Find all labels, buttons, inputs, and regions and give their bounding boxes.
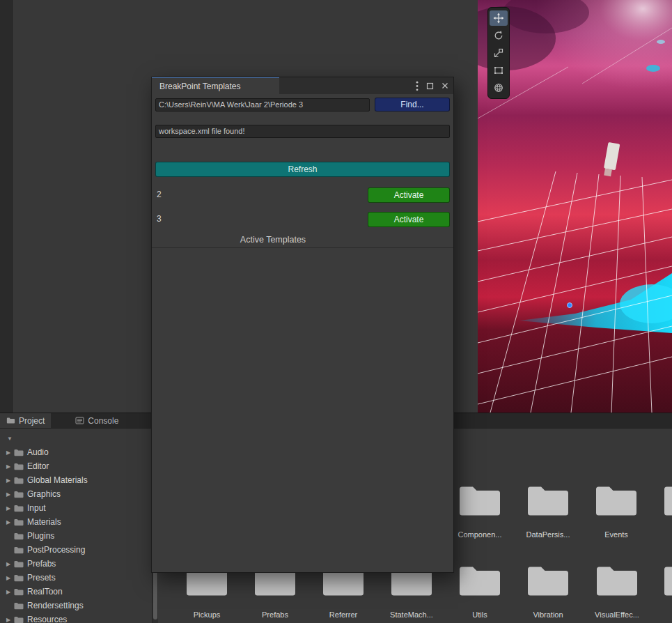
- foldout-icon[interactable]: ▶: [3, 589, 13, 595]
- asset-folder-datapersistence[interactable]: DataPersis...: [514, 483, 582, 539]
- window-menu-icon[interactable]: [416, 81, 419, 91]
- root-foldout-icon[interactable]: ▼: [5, 436, 15, 442]
- refresh-button[interactable]: Refresh: [155, 162, 450, 177]
- tree-item-audio[interactable]: ▶ Audio: [0, 445, 152, 459]
- tab-console[interactable]: Console: [69, 413, 125, 428]
- tab-project[interactable]: Project: [0, 413, 51, 428]
- rotate-tool-button[interactable]: [490, 28, 508, 43]
- scale-icon: [493, 47, 504, 59]
- scene-view[interactable]: [478, 0, 672, 413]
- tree-item-editor[interactable]: ▶ Editor: [0, 459, 152, 473]
- asset-folder-clipped-bottom[interactable]: Co...: [650, 563, 672, 619]
- window-titlebar[interactable]: BreakPoint Templates: [152, 77, 453, 94]
- folder-icon: [458, 483, 502, 519]
- tree-item-label: Prefabs: [27, 559, 56, 569]
- rotate-icon: [493, 30, 504, 41]
- tree-item-presets[interactable]: ▶ Presets: [0, 571, 152, 585]
- tree-item-label: Resources: [27, 615, 67, 623]
- rect-icon: [493, 65, 504, 76]
- asset-folder-clipped-top[interactable]: [650, 483, 672, 530]
- asset-label: Componen...: [458, 530, 502, 539]
- tree-item-label: PostProcessing: [27, 545, 85, 555]
- section-divider: [152, 247, 453, 248]
- gizmo-icon: [493, 82, 504, 93]
- active-templates-label: Active Templates: [152, 235, 394, 245]
- folder-icon: [13, 490, 24, 499]
- folder-icon: [526, 563, 570, 599]
- asset-label: Events: [604, 530, 628, 539]
- status-field[interactable]: workspace.xml file found!: [155, 125, 450, 138]
- folder-icon: [595, 563, 639, 599]
- folder-icon: [13, 448, 24, 457]
- folder-icon: [13, 574, 24, 583]
- folder-icon: [13, 601, 24, 610]
- maximize-icon[interactable]: [426, 82, 434, 90]
- foldout-icon[interactable]: ▶: [3, 505, 13, 512]
- move-icon: [493, 13, 504, 24]
- folder-icon: [13, 476, 24, 485]
- asset-folder-utils[interactable]: Utils: [446, 563, 514, 619]
- template-id-2: 2: [157, 190, 162, 199]
- folder-icon: [13, 462, 24, 471]
- foldout-icon[interactable]: ▶: [3, 561, 13, 567]
- foldout-icon[interactable]: ▶: [3, 575, 13, 581]
- folder-icon: [13, 615, 24, 623]
- asset-label: DataPersis...: [526, 530, 570, 539]
- tree-item-label: RealToon: [27, 587, 63, 597]
- tree-item-label: Input: [27, 503, 46, 513]
- foldout-icon[interactable]: ▶: [3, 519, 13, 525]
- window-body: C:\Users\ReinV\MA Werk\Jaar 2\Periode 3 …: [152, 94, 453, 572]
- tree-item-label: Graphics: [27, 489, 61, 499]
- tab-console-label: Console: [88, 416, 118, 426]
- move-tool-button[interactable]: [490, 10, 508, 26]
- tree-item-rendersettings[interactable]: Rendersettings: [0, 599, 152, 613]
- path-input[interactable]: C:\Users\ReinV\MA Werk\Jaar 2\Periode 3: [155, 98, 370, 111]
- tree-root-row[interactable]: ▼: [0, 431, 152, 445]
- tree-item-resources[interactable]: ▶ Resources: [0, 613, 152, 623]
- template-row-2: 2 Activate: [152, 187, 453, 203]
- tree-item-label: Audio: [27, 447, 49, 457]
- rect-tool-button[interactable]: [490, 63, 508, 78]
- folder-icon: [13, 560, 24, 569]
- window-tab[interactable]: BreakPoint Templates: [152, 77, 279, 94]
- folder-icon: [594, 483, 639, 519]
- activate-button-3[interactable]: Activate: [368, 212, 450, 227]
- foldout-icon[interactable]: ▶: [3, 491, 13, 498]
- foldout-icon[interactable]: ▶: [3, 477, 13, 484]
- tree-item-materials[interactable]: ▶ Materials: [0, 515, 152, 529]
- activate-button-2[interactable]: Activate: [368, 187, 450, 203]
- folder-icon: [662, 563, 672, 599]
- tree-item-label: Materials: [27, 517, 61, 527]
- console-icon: [75, 416, 84, 425]
- scene-tools-toolbar: [487, 7, 510, 99]
- tree-item-label: Plugins: [27, 531, 54, 541]
- scale-tool-button[interactable]: [490, 45, 508, 61]
- tree-item-postprocessing[interactable]: PostProcessing: [0, 543, 152, 557]
- tree-item-graphics[interactable]: ▶ Graphics: [0, 487, 152, 501]
- asset-label: Vibration: [533, 610, 563, 619]
- tree-item-realtoon[interactable]: ▶ RealToon: [0, 585, 152, 599]
- template-row-3: 3 Activate: [152, 212, 453, 227]
- foldout-icon[interactable]: ▶: [3, 449, 13, 456]
- close-icon[interactable]: [442, 82, 448, 89]
- folder-icon: [13, 546, 24, 555]
- tree-item-prefabs[interactable]: ▶ Prefabs: [0, 557, 152, 571]
- asset-folder-vibration[interactable]: Vibration: [514, 563, 582, 619]
- asset-folder-events[interactable]: Events: [582, 483, 650, 539]
- tree-item-label: Rendersettings: [27, 601, 84, 610]
- tree-item-input[interactable]: ▶ Input: [0, 501, 152, 515]
- asset-folder-visualeffects[interactable]: VisualEffec...: [583, 563, 651, 619]
- foldout-icon[interactable]: ▶: [3, 617, 13, 623]
- gizmo-tool-button[interactable]: [490, 80, 508, 95]
- project-icon: [6, 416, 15, 425]
- foldout-icon[interactable]: ▶: [3, 463, 13, 470]
- tree-item-global-materials[interactable]: ▶ Global Materials: [0, 473, 152, 487]
- asset-folder-components[interactable]: Componen...: [446, 483, 514, 539]
- asset-label: StateMach...: [390, 610, 433, 619]
- tree-item-plugins[interactable]: Plugins: [0, 529, 152, 543]
- asset-label: Utils: [472, 610, 487, 619]
- folder-icon: [13, 504, 24, 513]
- find-button[interactable]: Find...: [375, 98, 450, 111]
- folder-icon: [458, 563, 502, 599]
- left-panel-edge: [0, 0, 13, 413]
